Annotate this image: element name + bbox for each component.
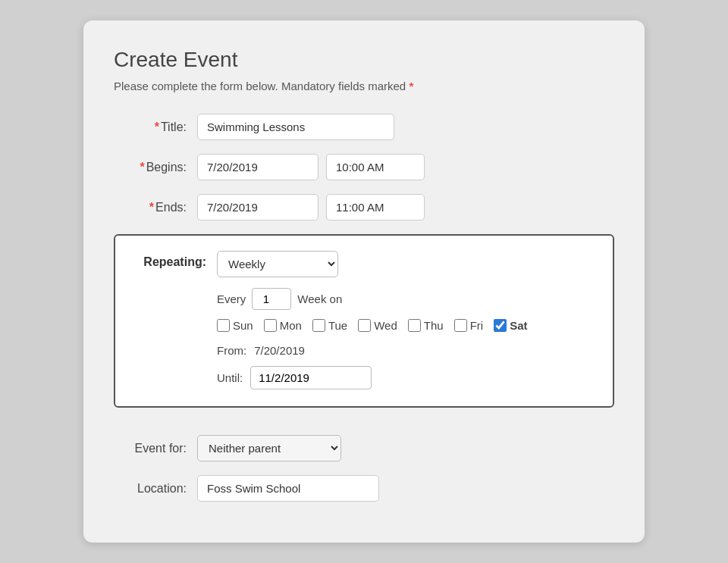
event-for-label: Event for:	[114, 442, 197, 455]
from-row: From: 7/20/2019	[217, 344, 595, 357]
repeating-label: Repeating:	[133, 251, 217, 269]
repeating-box: Repeating: None Daily Weekly Monthly Yea…	[114, 234, 614, 408]
repeating-row: Repeating: None Daily Weekly Monthly Yea…	[114, 234, 614, 421]
day-tue-checkbox[interactable]	[312, 319, 325, 332]
title-row: Title:	[114, 114, 614, 140]
repeating-select[interactable]: None Daily Weekly Monthly Yearly	[217, 251, 338, 277]
every-row: Every Week on	[217, 288, 595, 310]
day-thu-label: Thu	[424, 319, 444, 332]
week-on-label: Week on	[297, 292, 342, 305]
day-fri-checkbox[interactable]	[454, 319, 467, 332]
from-value: 7/20/2019	[254, 344, 305, 357]
until-label: Until:	[217, 371, 243, 384]
day-tue: Tue	[312, 319, 347, 332]
event-for-row: Event for: Neither parent Parent 1 Paren…	[114, 435, 614, 461]
begins-date-input[interactable]	[197, 154, 318, 180]
ends-label: Ends:	[114, 201, 197, 214]
day-sun: Sun	[217, 319, 253, 332]
begins-time-input[interactable]	[326, 154, 425, 180]
days-row: Sun Mon Tue Wed	[217, 319, 595, 332]
day-wed-label: Wed	[374, 319, 397, 332]
day-wed-checkbox[interactable]	[358, 319, 371, 332]
location-label: Location:	[114, 482, 197, 496]
day-mon-checkbox[interactable]	[264, 319, 277, 332]
day-sun-label: Sun	[233, 319, 253, 332]
begins-row: Begins:	[114, 154, 614, 180]
until-input[interactable]	[250, 366, 372, 389]
day-thu-checkbox[interactable]	[408, 319, 421, 332]
day-wed: Wed	[358, 319, 397, 332]
day-tue-label: Tue	[328, 319, 347, 332]
create-event-card: Create Event Please complete the form be…	[83, 20, 645, 543]
every-input[interactable]	[252, 288, 291, 310]
title-label: Title:	[114, 120, 197, 134]
day-sat: Sat	[494, 319, 527, 332]
until-row: Until:	[217, 366, 595, 389]
location-input[interactable]	[197, 475, 379, 502]
day-fri-label: Fri	[470, 319, 484, 332]
day-mon-label: Mon	[280, 319, 302, 332]
day-mon: Mon	[264, 319, 302, 332]
location-row: Location:	[114, 475, 614, 502]
ends-date-input[interactable]	[197, 194, 318, 221]
begins-label: Begins:	[114, 161, 197, 174]
from-label: From:	[217, 344, 246, 357]
title-input[interactable]	[197, 114, 394, 140]
day-fri: Fri	[454, 319, 484, 332]
day-sat-label: Sat	[510, 319, 527, 332]
day-sun-checkbox[interactable]	[217, 319, 230, 332]
page-title: Create Event	[114, 48, 614, 72]
event-for-select[interactable]: Neither parent Parent 1 Parent 2 Both pa…	[197, 435, 341, 461]
form-subtitle: Please complete the form below. Mandator…	[114, 80, 614, 92]
repeating-content: None Daily Weekly Monthly Yearly Every W…	[217, 251, 595, 389]
every-label: Every	[217, 292, 246, 305]
ends-row: Ends:	[114, 194, 614, 221]
ends-time-input[interactable]	[326, 194, 425, 221]
day-thu: Thu	[408, 319, 444, 332]
mandatory-star: *	[409, 80, 413, 92]
day-sat-checkbox[interactable]	[494, 319, 507, 332]
